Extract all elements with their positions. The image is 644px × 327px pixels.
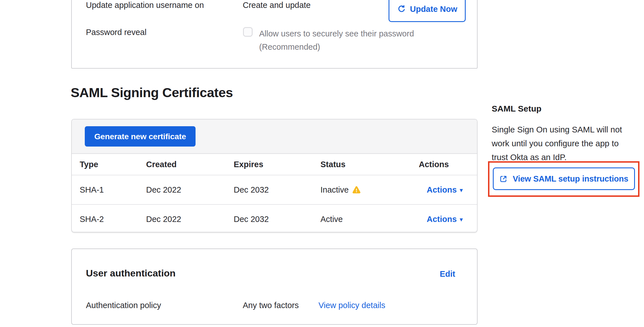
password-reveal-checkbox[interactable] [243,27,253,37]
warning-icon [352,186,361,194]
generate-certificate-button[interactable]: Generate new certificate [85,126,196,147]
caret-down-icon: ▾ [460,187,463,193]
column-header-status: Status [320,154,419,175]
certificates-card-header: Generate new certificate [72,119,477,154]
cert-expires: Dec 2032 [234,204,320,232]
user-authentication-title: User authentication [86,268,175,279]
authentication-policy-label: Authentication policy [86,301,243,310]
cert-type: SHA-1 [72,175,146,204]
actions-dropdown[interactable]: Actions ▾ [427,185,463,195]
saml-setup-description: Single Sign On using SAML will not work … [492,123,622,164]
table-header-row: Type Created Expires Status Actions [72,154,477,175]
update-now-label: Update Now [410,5,457,14]
refresh-icon [397,5,406,14]
cert-created: Dec 2022 [146,204,234,232]
caret-down-icon: ▾ [460,216,463,223]
username-update-value: Create and update [243,1,311,10]
password-reveal-label: Password reveal [86,28,146,37]
actions-dropdown[interactable]: Actions ▾ [427,215,463,224]
authentication-policy-row: Authentication policy Any two factors Vi… [86,301,385,310]
cert-type: SHA-2 [72,204,146,232]
app-settings-card: Update application username on Create an… [71,0,478,69]
certificates-card: Generate new certificate Type Created Ex… [71,119,478,232]
password-reveal-description: Allow users to securely see their passwo… [259,27,414,54]
external-link-icon [499,175,508,183]
cert-expires: Dec 2032 [234,175,320,204]
view-saml-setup-label: View SAML setup instructions [513,174,628,184]
username-update-label: Update application username on [86,1,204,10]
view-policy-details-link[interactable]: View policy details [318,301,385,310]
saml-setup-title: SAML Setup [492,104,541,114]
table-row: SHA-2 Dec 2022 Dec 2032 Active Actions ▾ [72,204,477,232]
column-header-expires: Expires [234,154,320,175]
column-header-actions: Actions [419,154,477,175]
table-row: SHA-1 Dec 2022 Dec 2032 Inactive [72,175,477,204]
cert-created: Dec 2022 [146,175,234,204]
okta-app-settings-screen: Update application username on Create an… [0,0,644,327]
user-authentication-card: User authentication Edit Authentication … [71,248,478,325]
update-now-button[interactable]: Update Now [389,0,466,22]
view-saml-setup-instructions-button[interactable]: View SAML setup instructions [493,167,635,190]
column-header-type: Type [72,154,146,175]
certificates-table: Type Created Expires Status Actions SHA-… [72,154,477,232]
column-header-created: Created [146,154,234,175]
status-badge: Inactive [320,185,361,195]
page-title: SAML Signing Certificates [71,85,233,100]
status-badge: Active [320,215,343,224]
authentication-policy-value: Any two factors [243,301,318,310]
edit-link[interactable]: Edit [440,269,455,279]
